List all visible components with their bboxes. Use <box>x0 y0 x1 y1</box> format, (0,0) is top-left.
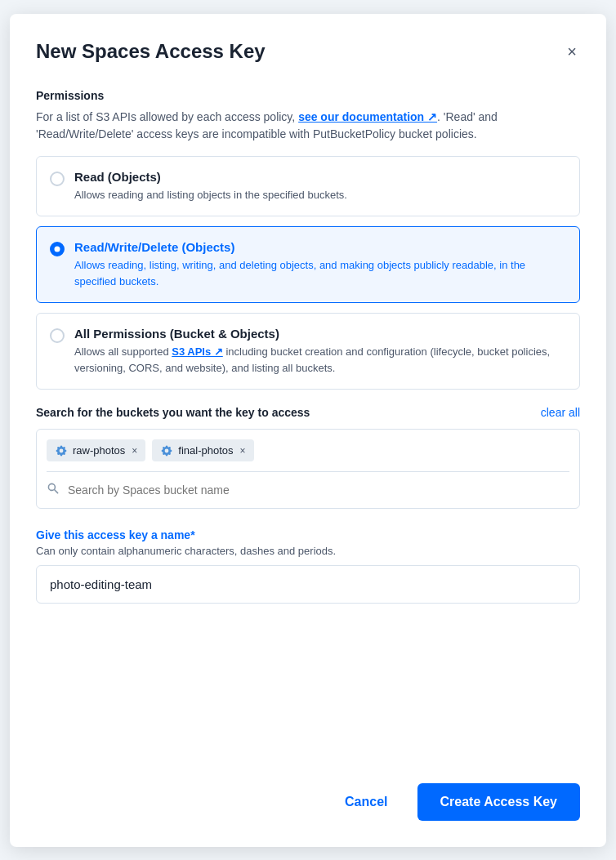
cancel-button[interactable]: Cancel <box>328 785 404 819</box>
bucket-tag-final-photos: final-photos × <box>152 439 253 461</box>
create-access-key-button[interactable]: Create Access Key <box>417 783 581 821</box>
radio-option-read[interactable]: Read (Objects) Allows reading and listin… <box>36 156 580 217</box>
bucket-search-input[interactable] <box>68 483 569 497</box>
bucket-tags-container: raw-photos × final-photos × <box>36 429 580 509</box>
permissions-description: For a list of S3 APIs allowed by each ac… <box>36 109 580 143</box>
bucket-icon-raw-photos <box>55 443 68 457</box>
access-key-name-input[interactable] <box>36 565 580 604</box>
radio-desc-readwritedelete: Allows reading, listing, writing, and de… <box>74 257 566 289</box>
search-icon <box>47 482 60 498</box>
radio-content-read: Read (Objects) Allows reading and listin… <box>74 170 566 203</box>
radio-circle-read <box>50 172 65 186</box>
radio-content-readwritedelete: Read/Write/Delete (Objects) Allows readi… <box>74 240 566 289</box>
modal-footer: Cancel Create Access Key <box>36 751 580 821</box>
search-header: Search for the buckets you want the key … <box>36 406 580 419</box>
name-label: Give this access key a name* <box>36 528 580 541</box>
radio-circle-readwritedelete <box>50 242 65 256</box>
radio-content-allpermissions: All Permissions (Bucket & Objects) Allow… <box>74 327 566 376</box>
name-hint: Can only contain alphanumeric characters… <box>36 545 580 557</box>
remove-tag-raw-photos[interactable]: × <box>132 445 137 457</box>
radio-title-allpermissions: All Permissions (Bucket & Objects) <box>74 327 566 341</box>
s3apis-link[interactable]: S3 APIs ↗ <box>172 345 223 358</box>
documentation-link[interactable]: see our documentation ↗ <box>298 110 437 123</box>
bucket-tag-raw-photos: raw-photos × <box>47 439 145 461</box>
radio-desc-allpermissions: Allows all supported S3 APIs ↗ including… <box>74 344 566 376</box>
radio-desc-read: Allows reading and listing objects in th… <box>74 187 566 203</box>
search-input-row <box>47 471 569 508</box>
bucket-icon-final-photos <box>160 443 173 457</box>
radio-title-read: Read (Objects) <box>74 170 566 184</box>
tags-row: raw-photos × final-photos × <box>47 439 569 461</box>
tag-label-final-photos: final-photos <box>178 444 233 457</box>
tag-label-raw-photos: raw-photos <box>73 444 125 457</box>
close-button[interactable]: × <box>564 40 580 63</box>
modal-header: New Spaces Access Key × <box>36 40 580 63</box>
clear-all-button[interactable]: clear all <box>541 406 580 419</box>
radio-title-readwritedelete: Read/Write/Delete (Objects) <box>74 240 566 254</box>
radio-circle-allpermissions <box>50 328 65 343</box>
radio-option-allpermissions[interactable]: All Permissions (Bucket & Objects) Allow… <box>36 313 580 390</box>
remove-tag-final-photos[interactable]: × <box>240 445 246 457</box>
new-spaces-access-key-modal: New Spaces Access Key × Permissions For … <box>10 14 606 847</box>
permissions-label: Permissions <box>36 89 580 102</box>
bucket-search-label: Search for the buckets you want the key … <box>36 406 310 419</box>
access-key-name-section: Give this access key a name* Can only co… <box>36 528 580 604</box>
modal-title: New Spaces Access Key <box>36 40 266 63</box>
radio-option-readwritedelete[interactable]: Read/Write/Delete (Objects) Allows readi… <box>36 226 580 303</box>
bucket-search-section: Search for the buckets you want the key … <box>36 406 580 509</box>
permissions-section: Permissions For a list of S3 APIs allowe… <box>36 89 580 400</box>
